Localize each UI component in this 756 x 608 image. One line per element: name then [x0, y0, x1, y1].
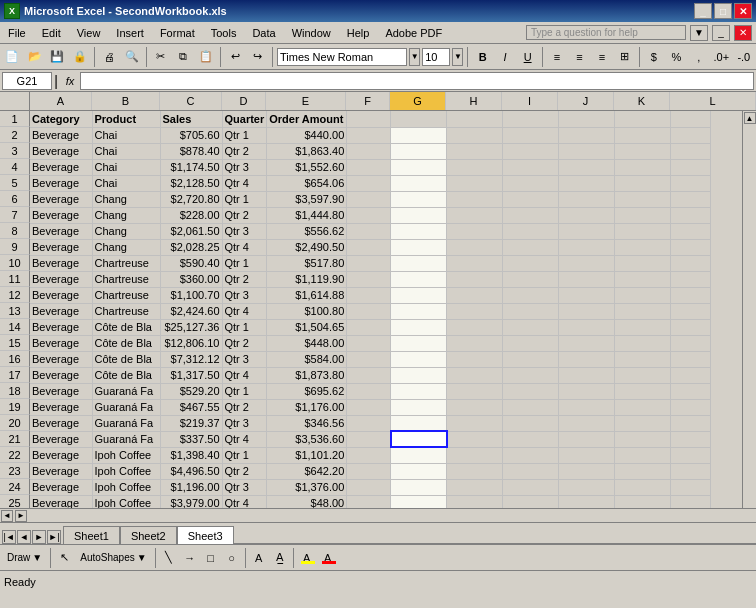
row-num-17[interactable]: 17	[0, 367, 30, 383]
cell-r20-c7[interactable]	[447, 415, 503, 431]
cell-r8-c5[interactable]	[347, 223, 391, 239]
cell-r10-c5[interactable]	[347, 255, 391, 271]
window-min2[interactable]: _	[712, 25, 730, 41]
preview-button[interactable]: 🔍	[121, 47, 141, 67]
cell-r23-c6[interactable]	[391, 463, 447, 479]
cell-r25-c9[interactable]	[559, 495, 615, 508]
cell-r10-c7[interactable]	[447, 255, 503, 271]
col-header-h[interactable]: H	[446, 92, 502, 110]
row-num-10[interactable]: 10	[0, 255, 30, 271]
cell-r12-c2[interactable]: $1,100.70	[160, 287, 222, 303]
col-header-k[interactable]: K	[614, 92, 670, 110]
cell-r19-c10[interactable]	[615, 399, 671, 415]
cell-r23-c11[interactable]	[671, 463, 711, 479]
col-header-f[interactable]: F	[346, 92, 390, 110]
cell-r10-c6[interactable]	[391, 255, 447, 271]
cell-r5-c6[interactable]	[391, 175, 447, 191]
row-num-11[interactable]: 11	[0, 271, 30, 287]
cell-r21-c11[interactable]	[671, 431, 711, 447]
cell-r16-c9[interactable]	[559, 351, 615, 367]
cell-r21-c9[interactable]	[559, 431, 615, 447]
cell-r3-c10[interactable]	[615, 143, 671, 159]
cell-r15-c0[interactable]: Beverage	[30, 335, 92, 351]
cell-r25-c10[interactable]	[615, 495, 671, 508]
save-button[interactable]: 💾	[47, 47, 67, 67]
col-header-d[interactable]: D	[222, 92, 266, 110]
row-num-6[interactable]: 6	[0, 191, 30, 207]
close-button[interactable]: ✕	[734, 3, 752, 19]
cell-r7-c11[interactable]	[671, 207, 711, 223]
restore-button[interactable]: □	[714, 3, 732, 19]
currency-button[interactable]: $	[644, 47, 664, 67]
cell-r22-c9[interactable]	[559, 447, 615, 463]
tab-sheet3[interactable]: Sheet3	[177, 526, 234, 544]
row-num-23[interactable]: 23	[0, 463, 30, 479]
italic-button[interactable]: I	[495, 47, 515, 67]
cell-r19-c5[interactable]	[347, 399, 391, 415]
cell-r17-c5[interactable]	[347, 367, 391, 383]
cell-r24-c10[interactable]	[615, 479, 671, 495]
cell-r6-c8[interactable]	[503, 191, 559, 207]
cell-r5-c5[interactable]	[347, 175, 391, 191]
cell-r16-c0[interactable]: Beverage	[30, 351, 92, 367]
cell-r4-c5[interactable]	[347, 159, 391, 175]
cell-r25-c3[interactable]: Qtr 4	[222, 495, 267, 508]
cell-r17-c8[interactable]	[503, 367, 559, 383]
align-left[interactable]: ≡	[547, 47, 567, 67]
col-header-j[interactable]: J	[558, 92, 614, 110]
tab-sheet2[interactable]: Sheet2	[120, 526, 177, 544]
cell-r16-c5[interactable]	[347, 351, 391, 367]
cell-r12-c0[interactable]: Beverage	[30, 287, 92, 303]
cell-r25-c2[interactable]: $3,979.00	[160, 495, 222, 508]
cell-r14-c9[interactable]	[559, 319, 615, 335]
row-num-14[interactable]: 14	[0, 319, 30, 335]
cell-r21-c7[interactable]	[447, 431, 503, 447]
row-num-7[interactable]: 7	[0, 207, 30, 223]
cell-r3-c3[interactable]: Qtr 2	[222, 143, 267, 159]
cell-r9-c8[interactable]	[503, 239, 559, 255]
cell-r4-c2[interactable]: $1,174.50	[160, 159, 222, 175]
cell-r3-c0[interactable]: Beverage	[30, 143, 92, 159]
copy-button[interactable]: ⧉	[173, 47, 193, 67]
cell-r11-c5[interactable]	[347, 271, 391, 287]
col-header-a[interactable]: A	[30, 92, 92, 110]
cell-r17-c11[interactable]	[671, 367, 711, 383]
cell-r17-c1[interactable]: Côte de Bla	[92, 367, 160, 383]
autoshapes-label[interactable]: AutoShapes ▼	[75, 548, 151, 568]
cell-r4-c11[interactable]	[671, 159, 711, 175]
cell-r20-c10[interactable]	[615, 415, 671, 431]
col-header-i[interactable]: I	[502, 92, 558, 110]
tab-first[interactable]: |◄	[2, 530, 16, 544]
cell-r3-c5[interactable]	[347, 143, 391, 159]
rect-tool[interactable]: □	[201, 549, 221, 567]
cell-r7-c4[interactable]: $1,444.80	[267, 207, 347, 223]
cell-r19-c1[interactable]: Guaraná Fa	[92, 399, 160, 415]
cell-r18-c0[interactable]: Beverage	[30, 383, 92, 399]
size-dropdown[interactable]: ▼	[452, 48, 463, 66]
cell-r5-c2[interactable]: $2,128.50	[160, 175, 222, 191]
tab-last[interactable]: ►|	[47, 530, 61, 544]
font-dropdown[interactable]: ▼	[409, 48, 420, 66]
cell-r10-c4[interactable]: $517.80	[267, 255, 347, 271]
cell-r19-c8[interactable]	[503, 399, 559, 415]
cell-r2-c3[interactable]: Qtr 1	[222, 127, 267, 143]
scrollbar-vertical[interactable]: ▲	[742, 111, 756, 508]
cell-r13-c0[interactable]: Beverage	[30, 303, 92, 319]
cell-r10-c11[interactable]	[671, 255, 711, 271]
redo-button[interactable]: ↪	[248, 47, 268, 67]
cell-r18-c5[interactable]	[347, 383, 391, 399]
col-header-c[interactable]: C	[160, 92, 222, 110]
row-num-18[interactable]: 18	[0, 383, 30, 399]
cell-r22-c7[interactable]	[447, 447, 503, 463]
line-tool[interactable]: ╲	[159, 549, 179, 567]
cell-r7-c5[interactable]	[347, 207, 391, 223]
cell-r10-c2[interactable]: $590.40	[160, 255, 222, 271]
cell-r9-c9[interactable]	[559, 239, 615, 255]
row-num-9[interactable]: 9	[0, 239, 30, 255]
cell-r22-c10[interactable]	[615, 447, 671, 463]
formula-input[interactable]	[80, 72, 754, 90]
decrease-decimal[interactable]: -.0	[734, 47, 754, 67]
cell-r6-c4[interactable]: $3,597.90	[267, 191, 347, 207]
cell-r3-c8[interactable]	[503, 143, 559, 159]
cell-r20-c9[interactable]	[559, 415, 615, 431]
